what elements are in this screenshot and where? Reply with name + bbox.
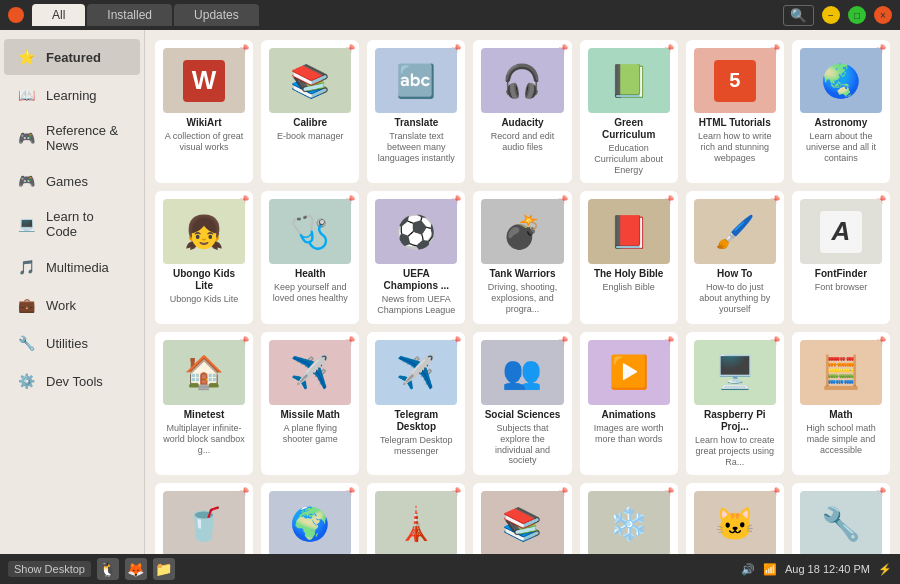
app-card-7[interactable]: 📌 👧 Ubongo Kids Lite Ubongo Kids Lite <box>155 191 253 324</box>
app-name: Audacity <box>481 117 563 129</box>
app-emoji-icon: 👧 <box>184 213 224 251</box>
app-card-26[interactable]: 📌 🐱 <box>686 483 784 554</box>
tab-all[interactable]: All <box>32 4 85 26</box>
app-card-10[interactable]: 📌 💣 Tank Warriors Driving, shooting, exp… <box>473 191 571 324</box>
app-desc: Learn about the universe and all it cont… <box>800 131 882 163</box>
app-icon-area: ✈️ <box>375 340 457 405</box>
app-name: Health <box>269 268 351 280</box>
app-card-9[interactable]: 📌 ⚽ UEFA Champions ... News from UEFA Ch… <box>367 191 465 324</box>
devtools-icon: ⚙️ <box>16 371 36 391</box>
app-desc: How-to do just about anything by yoursel… <box>694 282 776 314</box>
taskbar-app-tux[interactable]: 🐧 <box>97 558 119 580</box>
app-card-12[interactable]: 📌 🖌️ How To How-to do just about anythin… <box>686 191 784 324</box>
app-card-11[interactable]: 📌 📕 The Holy Bible English Bible <box>580 191 678 324</box>
app-emoji-icon: 🔧 <box>821 505 861 543</box>
app-desc: Learn how to write rich and stunning web… <box>694 131 776 163</box>
app-icon-area: 👧 <box>163 199 245 264</box>
taskbar-app-firefox[interactable]: 🦊 <box>125 558 147 580</box>
sidebar-item-reference-news[interactable]: 🎮 Reference & News <box>4 115 140 161</box>
sidebar-item-utilities[interactable]: 🔧 Utilities <box>4 325 140 361</box>
show-desktop-button[interactable]: Show Desktop <box>8 561 91 577</box>
app-card-2[interactable]: 📌 🔤 Translate Translate text between man… <box>367 40 465 183</box>
sidebar-item-learn-to-code[interactable]: 💻 Learn to Code <box>4 201 140 247</box>
app-card-21[interactable]: 📌 🥤 <box>155 483 253 554</box>
app-card-18[interactable]: 📌 ▶️ Animations Images are worth more th… <box>580 332 678 475</box>
taskbar-power-icon: ⚡ <box>878 563 892 576</box>
app-icon-area: 📕 <box>588 199 670 264</box>
app-icon <box>8 7 24 23</box>
app-card-17[interactable]: 📌 👥 Social Sciences Subjects that explor… <box>473 332 571 475</box>
app-icon-area: 🩺 <box>269 199 351 264</box>
app-icon-area: 🔤 <box>375 48 457 113</box>
app-emoji-icon: 🌏 <box>821 62 861 100</box>
app-card-3[interactable]: 📌 🎧 Audacity Record and edit audio files <box>473 40 571 183</box>
app-card-1[interactable]: 📌 📚 Calibre E-book manager <box>261 40 359 183</box>
taskbar-datetime: Aug 18 12:40 PM <box>785 563 870 575</box>
app-card-6[interactable]: 📌 🌏 Astronomy Learn about the universe a… <box>792 40 890 183</box>
minimize-button[interactable]: − <box>822 6 840 24</box>
close-button[interactable]: × <box>874 6 892 24</box>
app-card-15[interactable]: 📌 ✈️ Missile Math A plane flying shooter… <box>261 332 359 475</box>
app-card-14[interactable]: 📌 🏠 Minetest Multiplayer infinite-world … <box>155 332 253 475</box>
tab-updates[interactable]: Updates <box>174 4 259 26</box>
app-icon-area: 🔧 <box>800 491 882 554</box>
app-emoji-icon: 🔤 <box>396 62 436 100</box>
sidebar-item-multimedia[interactable]: 🎵 Multimedia <box>4 249 140 285</box>
app-card-19[interactable]: 📌 🖥️ Raspberry Pi Proj... Learn how to c… <box>686 332 784 475</box>
app-emoji-icon: 📕 <box>609 213 649 251</box>
app-card-23[interactable]: 📌 🗼 <box>367 483 465 554</box>
app-name: Astronomy <box>800 117 882 129</box>
main-layout: ⭐ Featured 📖 Learning 🎮 Reference & News… <box>0 30 900 554</box>
sidebar-label-work: Work <box>46 298 76 313</box>
app-desc: Translate text between many languages in… <box>375 131 457 163</box>
app-card-22[interactable]: 📌 🌍 <box>261 483 359 554</box>
taskbar-app-files[interactable]: 📁 <box>153 558 175 580</box>
maximize-button[interactable]: □ <box>848 6 866 24</box>
app-name: UEFA Champions ... <box>375 268 457 292</box>
reference-icon: 🎮 <box>16 128 36 148</box>
learning-icon: 📖 <box>16 85 36 105</box>
sidebar-item-work[interactable]: 💼 Work <box>4 287 140 323</box>
tab-installed[interactable]: Installed <box>87 4 172 26</box>
app-desc: A plane flying shooter game <box>269 423 351 445</box>
app-card-5[interactable]: 📌 5 HTML Tutorials Learn how to write ri… <box>686 40 784 183</box>
sidebar-item-featured[interactable]: ⭐ Featured <box>4 39 140 75</box>
games-icon: 🎮 <box>16 171 36 191</box>
app-icon-area: 🖌️ <box>694 199 776 264</box>
app-name: Math <box>800 409 882 421</box>
app-desc: Multiplayer infinite-world block sandbox… <box>163 423 245 455</box>
app-icon-area: 🌍 <box>269 491 351 554</box>
app-icon-area: 💣 <box>481 199 563 264</box>
code-icon: 💻 <box>16 214 36 234</box>
app-card-13[interactable]: 📌 A FontFinder Font browser <box>792 191 890 324</box>
app-card-0[interactable]: 📌 W WikiArt A collection of great visual… <box>155 40 253 183</box>
app-icon-area: 🌏 <box>800 48 882 113</box>
app-name: Tank Warriors <box>481 268 563 280</box>
app-emoji-icon: 🎧 <box>502 62 542 100</box>
app-card-25[interactable]: 📌 ❄️ <box>580 483 678 554</box>
app-icon-area: 👥 <box>481 340 563 405</box>
app-card-4[interactable]: 📌 📗 Green Curriculum Education Curriculu… <box>580 40 678 183</box>
app-icon-area: 📚 <box>269 48 351 113</box>
app-card-24[interactable]: 📌 📚 <box>473 483 571 554</box>
app-icon-area: A <box>800 199 882 264</box>
sidebar-item-dev-tools[interactable]: ⚙️ Dev Tools <box>4 363 140 399</box>
app-desc: Driving, shooting, explosions, and progr… <box>481 282 563 314</box>
app-emoji-icon: 🥤 <box>184 505 224 543</box>
taskbar-right: 🔊 📶 Aug 18 12:40 PM ⚡ <box>741 563 892 576</box>
sidebar-item-learning[interactable]: 📖 Learning <box>4 77 140 113</box>
app-card-16[interactable]: 📌 ✈️ Telegram Desktop Telegram Desktop m… <box>367 332 465 475</box>
app-emoji-icon: 🐱 <box>715 505 755 543</box>
taskbar-volume-icon: 🔊 <box>741 563 755 576</box>
sidebar-label-featured: Featured <box>46 50 101 65</box>
app-icon-area: 📚 <box>481 491 563 554</box>
wikiart-icon: W <box>183 60 225 102</box>
sidebar-item-games[interactable]: 🎮 Games <box>4 163 140 199</box>
app-desc: E-book manager <box>269 131 351 142</box>
app-card-8[interactable]: 📌 🩺 Health Keep yourself and loved ones … <box>261 191 359 324</box>
app-name: Social Sciences <box>481 409 563 421</box>
app-emoji-icon: ❄️ <box>609 505 649 543</box>
app-card-20[interactable]: 📌 🧮 Math High school math made simple an… <box>792 332 890 475</box>
search-button[interactable]: 🔍 <box>783 5 814 26</box>
app-card-27[interactable]: 📌 🔧 <box>792 483 890 554</box>
